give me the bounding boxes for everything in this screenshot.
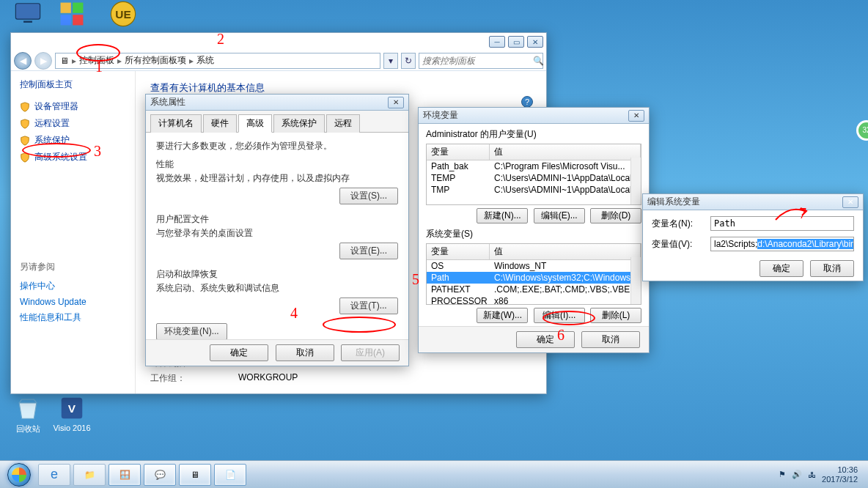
sysprop-apply-button[interactable]: 应用(A) [341,344,400,361]
sidebar-link-device-manager[interactable]: 设备管理器 [20,98,126,115]
app-icon: 💬 [155,470,166,480]
breadcrumb-item-all-items[interactable]: 所有控制面板项 [125,54,186,67]
back-button[interactable]: ◀ [14,52,32,70]
startup-settings-button[interactable]: 设置(T)... [339,297,398,314]
user-edit-button[interactable]: 编辑(E)... [534,208,585,223]
help-icon[interactable]: ? [521,96,533,108]
tab-system-protection[interactable]: 系统保护 [273,114,325,133]
maximize-button[interactable]: ▭ [508,36,524,48]
breadcrumb-dropdown[interactable]: ▾ [383,53,398,69]
tab-computer-name[interactable]: 计算机名 [150,114,202,133]
sys-vars-table[interactable]: 变量值 OSWindows_NT PathC:\Windows\system32… [426,243,641,305]
svg-rect-3 [73,3,83,13]
system-tray[interactable]: ⚑ 🔊 🖧 10:36 2017/3/12 [779,465,865,484]
sys-new-button[interactable]: 新建(W)... [477,308,528,323]
sysprop-tabs: 计算机名 硬件 高级 系统保护 远程 [146,111,408,133]
envvar-cancel-button[interactable]: 取消 [581,331,640,348]
tab-remote[interactable]: 远程 [326,114,360,133]
taskbar-app-2[interactable]: 💬 [144,464,176,486]
svg-rect-1 [23,21,32,23]
var-name-input[interactable] [710,216,854,231]
start-button[interactable] [3,462,35,487]
sys-vars-label: 系统变量(S) [426,228,641,240]
app-icon: 🖥 [191,470,199,480]
table-row: OSWindows_NT [427,260,641,272]
var-value-selection[interactable]: d:\Anaconda2\Library\bin [757,239,854,249]
search-input[interactable] [422,56,533,66]
profile-desc: 与您登录有关的桌面设置 [156,227,398,240]
tray-flag-icon[interactable]: ⚑ [779,470,786,479]
var-value-label: 变量值(V): [652,238,710,251]
clock-date: 2017/3/12 [822,475,858,484]
sys-delete-button[interactable]: 删除(L) [590,308,641,323]
editvar-ok-button[interactable]: 确定 [760,260,803,277]
scrollbar[interactable] [630,257,641,304]
scrollbar[interactable] [630,158,641,204]
breadcrumb-root-icon: 🖥 [60,56,69,66]
search-icon[interactable]: 🔍 [533,56,544,66]
sidebar-link-remote-settings[interactable]: 远程设置 [20,115,126,132]
sysprop-title: 系统属性 [150,96,185,108]
tray-network-icon[interactable]: 🖧 [808,470,816,479]
app-icon: 📄 [225,470,236,480]
svg-rect-2 [61,3,71,13]
sys-edit-button[interactable]: 编辑(I)... [534,308,585,323]
profile-settings-button[interactable]: 设置(E)... [339,243,398,259]
desktop-icon-monitor[interactable] [7,0,48,29]
desktop-icon-visio[interactable]: VVisio 2016 [51,394,92,432]
taskbar-app-4[interactable]: 📄 [214,464,246,486]
sidebar-link-system-protection[interactable]: 系统保护 [20,132,126,149]
svg-rect-0 [15,4,40,19]
user-new-button[interactable]: 新建(N)... [477,208,528,223]
var-name-label: 变量名(N): [652,218,710,230]
svg-text:UE: UE [115,8,130,21]
taskbar-app-3[interactable]: 🖥 [179,464,211,486]
see-also-performance[interactable]: 性能信息和工具 [20,309,126,326]
see-also-action-center[interactable]: 操作中心 [20,278,126,295]
app-icon: 🪟 [119,470,130,480]
col-name: 变量 [427,144,490,160]
col-value: 值 [490,144,641,160]
table-row: TMPC:\Users\ADMINI~1\AppData\Local... [427,184,641,196]
clock[interactable]: 10:36 2017/3/12 [822,465,858,484]
forward-button[interactable]: ▶ [34,52,52,70]
sysprop-cancel-button[interactable]: 取消 [276,344,334,361]
sysprop-ok-button[interactable]: 确定 [210,344,268,361]
breadcrumb[interactable]: 🖥▸ 控制面板▸ 所有控制面板项▸ 系统 [55,53,380,69]
editvar-close-button[interactable]: ✕ [842,196,858,208]
tab-advanced[interactable]: 高级 [238,114,272,133]
user-delete-button[interactable]: 删除(D) [590,208,641,223]
cp-home-link[interactable]: 控制面板主页 [20,78,126,91]
envvar-close-button[interactable]: ✕ [628,110,644,122]
search-box[interactable]: 🔍 [419,53,543,69]
desktop-icon-app[interactable] [51,0,92,29]
desktop-icon-ue[interactable]: UE [103,0,144,29]
perf-settings-button[interactable]: 设置(S)... [339,188,398,204]
ie-icon: e [51,467,58,482]
sidebar-link-advanced-settings[interactable]: 高级系统设置 [20,149,126,166]
minimize-button[interactable]: ─ [489,36,505,48]
desktop-icon-recycle[interactable]: 回收站 [7,394,48,435]
taskbar-app-1[interactable]: 🪟 [108,464,141,486]
breadcrumb-item-control-panel[interactable]: 控制面板 [79,54,114,67]
see-also-windows-update[interactable]: Windows Update [20,295,126,309]
user-vars-table[interactable]: 变量值 Path_bakC:\Program Files\Microsoft V… [426,144,641,205]
envvar-ok-button[interactable]: 确定 [516,331,575,348]
taskbar-explorer[interactable]: 📁 [73,464,106,486]
breadcrumb-item-system[interactable]: 系统 [196,54,214,67]
taskbar-ie[interactable]: e [38,464,70,486]
table-row: TEMPC:\Users\ADMINI~1\AppData\Local... [427,172,641,184]
refresh-button[interactable]: ↻ [401,53,416,69]
svg-text:V: V [68,402,76,415]
close-button[interactable]: ✕ [527,36,543,48]
editvar-cancel-button[interactable]: 取消 [810,260,854,277]
system-properties-dialog: 系统属性✕ 计算机名 硬件 高级 系统保护 远程 要进行大多数更改，您必须作为管… [145,94,409,366]
table-row: PROCESSOR_AR...x86 [427,295,641,305]
env-var-button[interactable]: 环境变量(N)... [156,323,227,340]
envvar-title: 环境变量 [423,109,458,122]
tab-hardware[interactable]: 硬件 [203,114,237,133]
see-also-header: 另请参阅 [20,261,126,273]
tray-volume-icon[interactable]: 🔊 [792,470,802,479]
profile-title: 用户配置文件 [156,213,398,226]
sysprop-close-button[interactable]: ✕ [388,97,404,108]
